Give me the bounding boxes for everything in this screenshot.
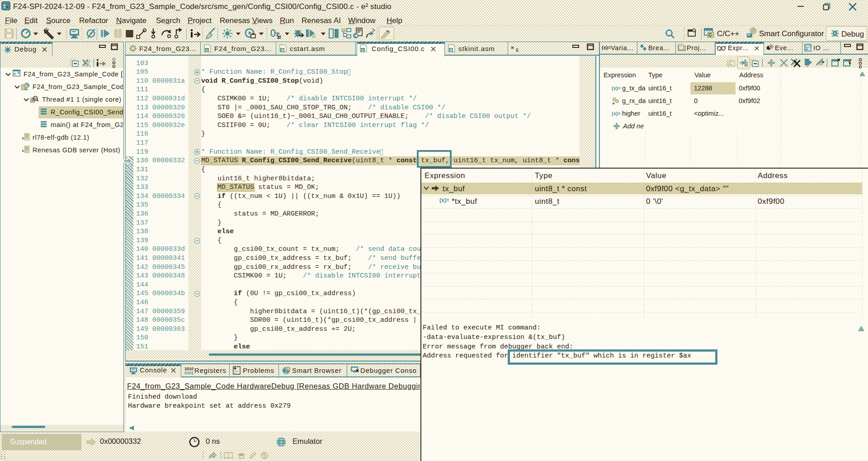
svg-text:0101: 0101 [184, 371, 193, 375]
svg-text:c: c [206, 48, 208, 52]
svg-text:x=: x= [719, 49, 722, 52]
svg-text:»: » [511, 45, 514, 51]
svg-text:(x)=: (x)= [612, 111, 621, 116]
svg-text:6: 6 [516, 47, 519, 53]
svg-text:r.t: r.t [806, 64, 808, 67]
svg-text:1: 1 [31, 99, 33, 102]
svg-text:C: C [708, 32, 712, 38]
svg-text:c: c [362, 48, 364, 52]
svg-text:S: S [281, 48, 284, 52]
svg-text:(x)=: (x)= [612, 85, 621, 91]
svg-text:(x)=: (x)= [439, 197, 449, 203]
svg-text:S: S [450, 48, 453, 52]
svg-text:c: c [14, 71, 16, 76]
svg-text:(x)=: (x)= [602, 45, 611, 50]
